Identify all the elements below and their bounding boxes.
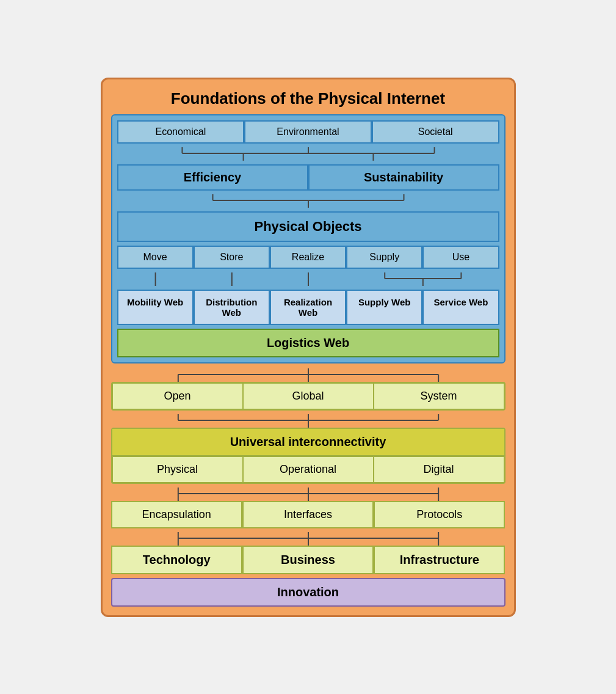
- webs-row: Mobility Web Distribution Web Realizatio…: [117, 290, 499, 325]
- cell-realize: Realize: [270, 246, 346, 269]
- logistics-web: Logistics Web: [117, 329, 499, 357]
- connector-7: [111, 532, 505, 546]
- cell-physical: Physical: [112, 456, 243, 483]
- top-row: Economical Environmental Societal: [117, 120, 499, 144]
- cell-global: Global: [243, 383, 374, 409]
- main-title: Foundations of the Physical Internet: [111, 89, 505, 108]
- cell-open: Open: [112, 383, 243, 409]
- main-diagram: Foundations of the Physical Internet Eco…: [101, 78, 516, 617]
- cell-digital: Digital: [374, 456, 504, 483]
- connector-4: [111, 368, 505, 382]
- cell-mobility-web: Mobility Web: [117, 290, 194, 325]
- connector-svg-1: [117, 147, 499, 161]
- connector-svg-7: [111, 532, 505, 546]
- connector-svg-5: [111, 414, 505, 428]
- connector-2: [117, 194, 499, 208]
- ogs-row: Open Global System: [112, 383, 504, 409]
- cell-technology: Technology: [111, 546, 242, 574]
- cell-move: Move: [117, 246, 194, 269]
- cell-service-web: Service Web: [422, 290, 499, 325]
- cell-environmental: Environmental: [244, 120, 372, 144]
- cell-protocols: Protocols: [374, 501, 505, 528]
- cell-infrastructure: Infrastructure: [374, 546, 505, 574]
- innovation-bar: Innovation: [111, 578, 505, 607]
- tech-section: Technology Business Infrastructure: [111, 546, 505, 574]
- cell-operational: Operational: [243, 456, 374, 483]
- cell-supply: Supply: [346, 246, 422, 269]
- cell-distribution-web: Distribution Web: [194, 290, 270, 325]
- enc-section: Encapsulation Interfaces Protocols: [111, 501, 505, 528]
- efficiency-row: Efficiency Sustainability: [117, 164, 499, 191]
- cell-economical: Economical: [117, 120, 245, 144]
- universal-section: Universal interconnectivity Physical Ope…: [111, 428, 505, 484]
- cell-encapsulation: Encapsulation: [111, 501, 242, 528]
- cell-sustainability: Sustainability: [308, 164, 499, 191]
- actions-row: Move Store Realize Supply Use: [117, 246, 499, 269]
- blue-section: Economical Environmental Societal Effici…: [111, 114, 505, 363]
- cell-supply-web: Supply Web: [346, 290, 422, 325]
- connector-6: [111, 488, 505, 501]
- cell-business: Business: [242, 546, 374, 574]
- connector-svg-4: [111, 368, 505, 382]
- connector-svg-2: [117, 194, 499, 208]
- cell-efficiency: Efficiency: [117, 164, 308, 191]
- physical-objects: Physical Objects: [117, 211, 499, 242]
- cell-system: System: [374, 383, 504, 409]
- cell-interfaces: Interfaces: [242, 501, 374, 528]
- connector-3: [117, 272, 499, 286]
- cell-store: Store: [194, 246, 270, 269]
- cell-realization-web: Realization Web: [270, 290, 346, 325]
- connector-svg-3: [117, 272, 499, 286]
- connector-5: [111, 414, 505, 428]
- connector-1: [117, 147, 499, 161]
- cell-societal: Societal: [372, 120, 499, 144]
- connector-svg-6: [111, 488, 505, 501]
- universal-title: Universal interconnectivity: [112, 429, 504, 456]
- cell-use: Use: [422, 246, 499, 269]
- universal-row: Physical Operational Digital: [112, 456, 504, 483]
- ogs-section: Open Global System: [111, 382, 505, 411]
